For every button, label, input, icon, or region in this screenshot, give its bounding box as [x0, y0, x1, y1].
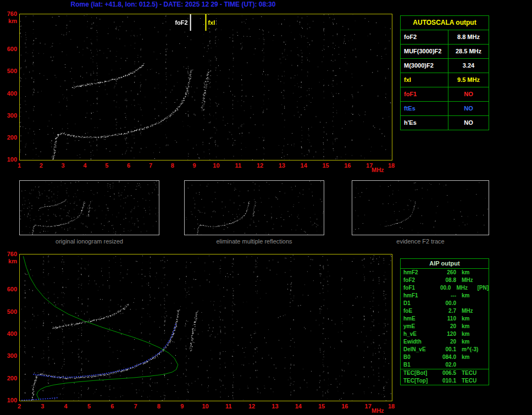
aip-param-label: TEC[Bot] — [401, 369, 437, 377]
aip-row-hmE: hmE110km — [401, 315, 489, 323]
aip-param-value: 2.7 — [437, 307, 456, 315]
thumbnail-multiple-reflections — [184, 180, 324, 235]
x-tick-label: 12 — [253, 162, 267, 169]
x-tick-label: 7 — [129, 403, 142, 410]
x-tick-label: 12 — [245, 403, 258, 410]
aip-param-label: hmF1 — [401, 292, 437, 300]
aip-param-unit: km — [456, 323, 484, 330]
autoscala-param-value: 3.24 — [448, 59, 489, 73]
aip-param-unit — [456, 361, 484, 369]
x-tick-label: 11 — [222, 403, 235, 410]
x-tick-label: 2 — [13, 403, 26, 410]
autoscala-param-label: foF2 — [401, 30, 448, 44]
aip-param-unit: MHz — [456, 307, 484, 315]
aip-param-extra — [484, 338, 489, 346]
aip-param-extra — [484, 346, 489, 353]
aip-row-hmF2: hmF2260km — [401, 269, 489, 276]
aip-param-extra — [484, 269, 489, 276]
aip-param-label: h_vE — [401, 330, 437, 338]
thumb-caption-f2: evidence F2 trace — [352, 238, 489, 245]
y-tick-label: 600 — [2, 46, 17, 52]
aip-param-label: ymE — [401, 323, 437, 330]
autoscala-row-h'Es: h'EsNO — [401, 116, 489, 130]
thumb-caption-reflections: eliminate multiple reflections — [184, 238, 324, 245]
aip-row-hmF1: hmF1---km — [401, 292, 489, 300]
aip-param-label: DelN_vE — [401, 346, 437, 353]
x-tick-label: 8 — [152, 403, 165, 410]
ionogram-plot-top — [19, 14, 392, 161]
aip-param-unit — [456, 300, 484, 307]
aip-row-foF1: foF100.0MHz[PN] — [401, 284, 489, 292]
y-tick-label: 300 — [2, 112, 17, 119]
aip-param-extra — [484, 276, 489, 284]
aip-param-value: 120 — [437, 330, 456, 338]
x-tick-label: 11 — [231, 162, 245, 169]
aip-param-value: 02.0 — [437, 361, 456, 369]
aip-row-h_vE: h_vE120km — [401, 330, 489, 338]
autoscala-row-foF2: foF28.8 MHz — [401, 30, 489, 45]
aip-param-value: 00.0 — [434, 284, 451, 292]
aip-row-Ewidth: Ewidth20km — [401, 338, 489, 346]
aip-param-value: 110 — [437, 315, 456, 323]
aip-param-value: 00.1 — [437, 346, 456, 353]
aip-param-extra — [484, 292, 489, 300]
y-tick-label: 500 — [2, 68, 17, 74]
aip-param-value: 084.0 — [437, 353, 456, 361]
ionogram-canvas-top — [20, 14, 392, 160]
autoscala-param-value: NO — [448, 102, 489, 115]
ionogram-plot-bottom — [19, 254, 392, 401]
x-tick-label: 14 — [292, 403, 305, 410]
thumbnail-canvas-2 — [185, 181, 324, 235]
y-tick-label: 200 — [2, 375, 17, 381]
x-tick-label: 3 — [57, 162, 70, 169]
aip-param-label: D1 — [401, 300, 437, 307]
y-axis-unit-label: km — [2, 18, 17, 24]
thumbnail-f2-trace — [352, 180, 489, 235]
aip-param-value: 010.1 — [437, 377, 456, 385]
aip-param-value: 20 — [437, 338, 456, 346]
x-tick-label: 13 — [268, 403, 281, 410]
aip-param-extra: [PN] — [476, 284, 489, 292]
aip-param-unit: km — [456, 315, 484, 323]
aip-output-table: AIP output hmF2260kmfoF208.8MHzfoF100.0M… — [400, 258, 489, 385]
autoscala-window: Rome (lat: +41.8, lon: 012.5) - DATE: 20… — [0, 0, 532, 415]
thumbnail-canvas-1 — [20, 181, 159, 235]
autoscala-param-label: M(3000)F2 — [401, 59, 448, 73]
aip-param-unit: MHz — [456, 276, 484, 284]
aip-param-extra — [484, 323, 489, 330]
autoscala-row-MUF(3000)F2: MUF(3000)F228.5 MHz — [401, 45, 489, 59]
aip-row-TEC[Bot]: TEC[Bot]006.5TECU — [401, 369, 489, 377]
aip-param-value: --- — [437, 292, 456, 300]
aip-param-extra — [484, 300, 489, 307]
y-tick-label: 100 — [2, 397, 17, 403]
x-tick-label: 9 — [175, 403, 189, 410]
y-tick-label: 500 — [2, 308, 17, 315]
aip-param-extra — [484, 377, 489, 385]
x-tick-label: 5 — [100, 162, 113, 169]
aip-param-unit: MHz — [451, 284, 476, 292]
x-axis-unit-label: MHz — [372, 407, 384, 414]
x-tick-label: 15 — [319, 162, 332, 169]
aip-row-foE: foE2.7MHz — [401, 307, 489, 315]
aip-param-unit: km — [456, 338, 484, 346]
aip-row-foF2: foF208.8MHz — [401, 276, 489, 284]
aip-param-unit: TECU — [456, 369, 484, 377]
autoscala-param-label: ftEs — [401, 102, 448, 115]
ionogram-canvas-bottom — [20, 254, 392, 401]
aip-param-extra — [484, 330, 489, 338]
autoscala-row-foF1: foF1NO — [401, 87, 489, 102]
x-tick-label: 7 — [144, 162, 157, 169]
aip-row-DelN_vE: DelN_vE00.1m^(-3) — [401, 346, 489, 353]
marker-foF2-label: foF2 — [156, 19, 188, 26]
x-tick-label: 9 — [188, 162, 201, 169]
y-tick-label: 100 — [2, 156, 17, 163]
aip-param-extra — [484, 315, 489, 323]
aip-param-unit: km — [456, 292, 484, 300]
x-tick-label: 6 — [106, 403, 119, 410]
y-tick-label: 400 — [2, 90, 17, 97]
station-date-header: Rome (lat: +41.8, lon: 012.5) - DATE: 20… — [19, 1, 327, 8]
aip-table-rows: hmF2260kmfoF208.8MHzfoF100.0MHz[PN]hmF1-… — [401, 269, 489, 385]
autoscala-row-ftEs: ftEsNO — [401, 102, 489, 116]
aip-param-label: foE — [401, 307, 437, 315]
autoscala-output-table: AUTOSCALA output foF28.8 MHzMUF(3000)F22… — [400, 15, 489, 130]
